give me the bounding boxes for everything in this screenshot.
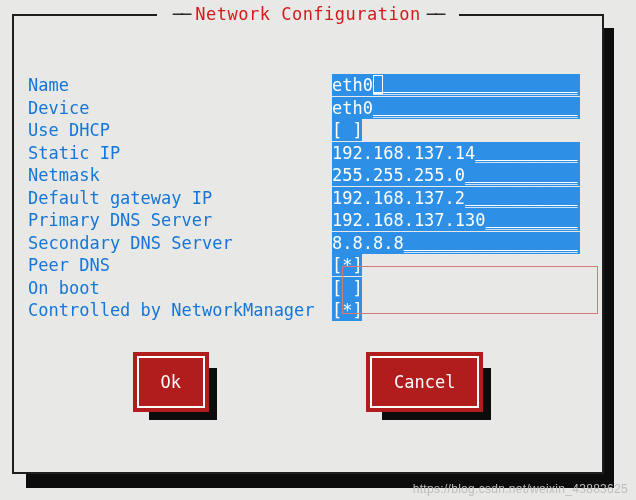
field-input[interactable]: 255.255.255.0___________ bbox=[332, 164, 588, 186]
field-value-highlight: 255.255.255.0___________ bbox=[332, 164, 580, 186]
field-value: [*] bbox=[332, 255, 363, 275]
field-value: 192.168.137.130_________ bbox=[332, 210, 578, 230]
watermark: https://blog.csdn.net/weixin_43883625 bbox=[413, 482, 628, 496]
cancel-button[interactable]: Cancel bbox=[370, 356, 479, 408]
field-value-highlight: 192.168.137.14__________ bbox=[332, 142, 580, 164]
field-checkbox[interactable]: [ ] bbox=[332, 277, 588, 299]
field-value-highlight: 8.8.8.8_________________ bbox=[332, 232, 580, 254]
field-label: Secondary DNS Server bbox=[28, 233, 332, 253]
field-value: 192.168.137.14__________ bbox=[332, 143, 578, 163]
field-checkbox[interactable]: [*] bbox=[332, 299, 588, 321]
dialog-frame: ──Network Configuration── Nameeth0______… bbox=[12, 14, 604, 474]
field-row: Nameeth0____________________ bbox=[28, 74, 588, 97]
config-form: Nameeth0____________________Deviceeth0__… bbox=[28, 74, 588, 322]
button-row: Ok Cancel bbox=[14, 356, 602, 408]
field-value-highlight: [*] bbox=[332, 299, 362, 321]
field-label: Default gateway IP bbox=[28, 188, 332, 208]
title-bar: ──Network Configuration── bbox=[14, 4, 602, 24]
field-value-highlight: 192.168.137.2___________ bbox=[332, 187, 580, 209]
field-input[interactable]: 192.168.137.130_________ bbox=[332, 209, 588, 231]
field-value-highlight: 192.168.137.130_________ bbox=[332, 209, 580, 231]
field-label: Static IP bbox=[28, 143, 332, 163]
field-value-highlight: [*] bbox=[332, 254, 362, 276]
field-row: Secondary DNS Server8.8.8.8_____________… bbox=[28, 232, 588, 255]
field-row: Deviceeth0____________________ bbox=[28, 97, 588, 120]
field-input[interactable]: 8.8.8.8_________________ bbox=[332, 232, 588, 254]
field-value: eth0____________________ bbox=[332, 98, 578, 118]
field-value: 192.168.137.2___________ bbox=[332, 188, 578, 208]
field-value-highlight: eth0____________________ bbox=[332, 74, 580, 96]
field-value: [ ] bbox=[332, 278, 363, 298]
field-value: eth0____________________ bbox=[332, 75, 578, 95]
field-row: Default gateway IP192.168.137.2_________… bbox=[28, 187, 588, 210]
field-checkbox[interactable]: [ ] bbox=[332, 119, 588, 141]
field-row: Static IP192.168.137.14__________ bbox=[28, 142, 588, 165]
field-label: Primary DNS Server bbox=[28, 210, 332, 230]
field-row: Primary DNS Server192.168.137.130_______… bbox=[28, 209, 588, 232]
field-row: Peer DNS[*] bbox=[28, 254, 588, 277]
ok-button[interactable]: Ok bbox=[137, 356, 205, 408]
dialog-title: Network Configuration bbox=[195, 4, 420, 24]
title-decor-left: ── bbox=[173, 4, 195, 24]
field-value: 8.8.8.8_________________ bbox=[332, 233, 578, 253]
title-decor-right: ── bbox=[421, 4, 443, 24]
field-value-highlight: [ ] bbox=[332, 119, 362, 141]
field-input[interactable]: 192.168.137.14__________ bbox=[332, 142, 588, 164]
field-row: Netmask255.255.255.0___________ bbox=[28, 164, 588, 187]
field-label: Name bbox=[28, 75, 332, 95]
cancel-button-label: Cancel bbox=[394, 372, 455, 392]
field-checkbox[interactable]: [*] bbox=[332, 254, 588, 276]
field-label: Netmask bbox=[28, 165, 332, 185]
field-label: Peer DNS bbox=[28, 255, 332, 275]
field-value: 255.255.255.0___________ bbox=[332, 165, 578, 185]
ok-button-label: Ok bbox=[161, 372, 181, 392]
field-input[interactable]: 192.168.137.2___________ bbox=[332, 187, 588, 209]
field-row: Use DHCP[ ] bbox=[28, 119, 588, 142]
field-label: Controlled by NetworkManager bbox=[28, 300, 332, 320]
text-cursor bbox=[373, 75, 383, 94]
field-row: Controlled by NetworkManager[*] bbox=[28, 299, 588, 322]
field-row: On boot[ ] bbox=[28, 277, 588, 300]
field-label: Use DHCP bbox=[28, 120, 332, 140]
field-value: [ ] bbox=[332, 120, 363, 140]
field-input[interactable]: eth0____________________ bbox=[332, 74, 588, 96]
field-value-highlight: [ ] bbox=[332, 277, 362, 299]
field-value-highlight: eth0____________________ bbox=[332, 97, 580, 119]
field-label: Device bbox=[28, 98, 332, 118]
field-label: On boot bbox=[28, 278, 332, 298]
field-input[interactable]: eth0____________________ bbox=[332, 97, 588, 119]
field-value: [*] bbox=[332, 300, 363, 320]
